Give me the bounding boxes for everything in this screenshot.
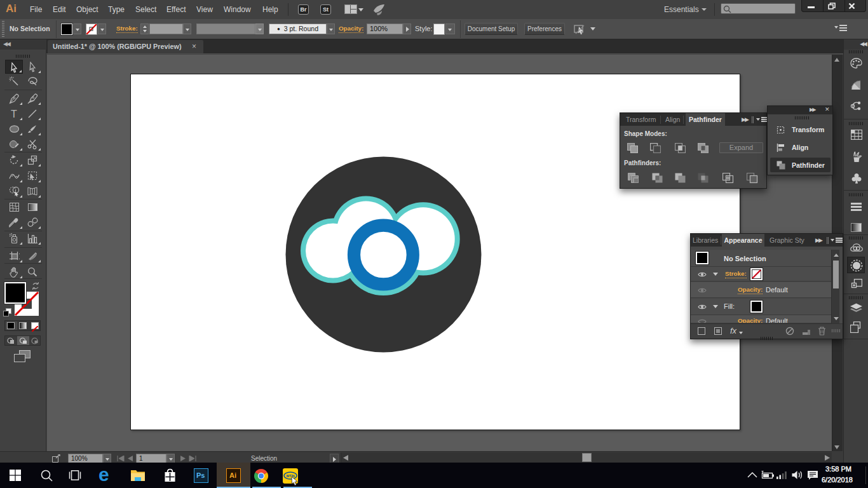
svg-text:T: T [11,109,17,119]
